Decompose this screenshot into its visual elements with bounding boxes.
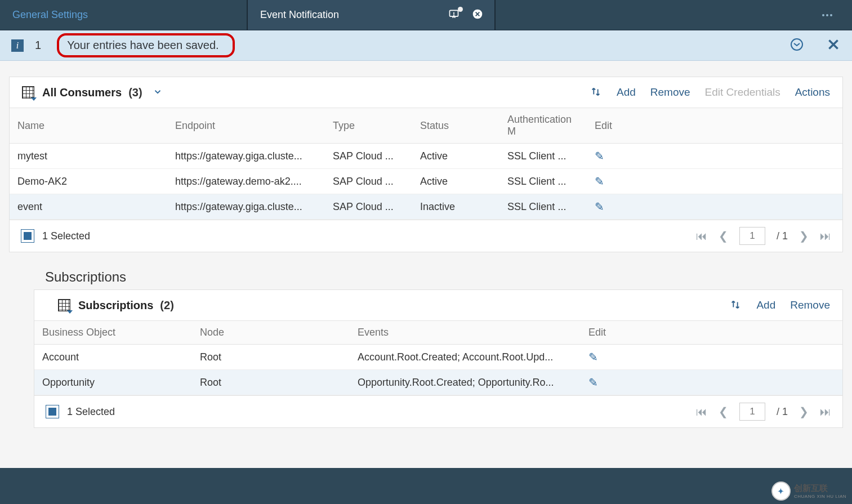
watermark-en: CHUANG XIN HU LIAN xyxy=(794,494,846,499)
cell-status: Active xyxy=(412,144,499,169)
grid-view-icon[interactable] xyxy=(58,299,70,311)
last-page-icon[interactable]: ⏭ xyxy=(820,405,831,418)
col-status[interactable]: Status xyxy=(412,108,499,144)
cell-auth: SSL Client ... xyxy=(499,144,587,169)
add-button[interactable]: Add xyxy=(756,299,775,311)
cell-status: Active xyxy=(412,169,499,194)
selected-count: 1 Selected xyxy=(42,230,90,242)
remove-button[interactable]: Remove xyxy=(650,86,690,99)
cell-events: Opportunity.Root.Created; Opportunity.Ro… xyxy=(350,370,581,395)
edit-row-icon[interactable]: ✎ xyxy=(595,150,604,162)
col-name[interactable]: Name xyxy=(10,108,167,144)
svg-point-4 xyxy=(826,14,828,16)
watermark: ✦ 创新互联 CHUANG XIN HU LIAN xyxy=(771,481,846,501)
close-tab-icon[interactable] xyxy=(472,8,483,21)
col-node[interactable]: Node xyxy=(192,321,350,345)
cell-status: Inactive xyxy=(412,194,499,220)
next-page-icon[interactable]: ❯ xyxy=(799,405,809,418)
first-page-icon[interactable]: ⏮ xyxy=(696,230,707,243)
table-row[interactable]: mytest https://gateway.giga.cluste... SA… xyxy=(10,144,842,169)
bottom-bar xyxy=(0,468,852,504)
col-edit[interactable]: Edit xyxy=(587,108,744,144)
page-input[interactable] xyxy=(739,403,765,421)
edit-row-icon[interactable]: ✎ xyxy=(595,175,604,188)
tab-bar: General Settings Event Notification xyxy=(0,0,852,30)
table-row[interactable]: event https://gateway.giga.cluste... SAP… xyxy=(10,194,842,220)
tab-event-notification[interactable]: Event Notification xyxy=(248,0,496,30)
actions-button[interactable]: Actions xyxy=(795,86,830,99)
col-bo[interactable]: Business Object xyxy=(34,321,192,345)
chevron-down-icon[interactable] xyxy=(153,87,163,99)
tab-label: Event Notification xyxy=(260,9,339,21)
svg-point-1 xyxy=(454,15,454,16)
consumers-header: All Consumers (3) Add Remove Edit Creden… xyxy=(10,77,842,108)
prev-page-icon[interactable]: ❮ xyxy=(719,229,728,243)
next-page-icon[interactable]: ❯ xyxy=(799,229,809,243)
sort-icon[interactable] xyxy=(590,85,602,100)
message-text: Your entries have been saved. xyxy=(67,39,218,51)
col-auth[interactable]: Authentication M xyxy=(499,108,587,144)
edit-row-icon[interactable]: ✎ xyxy=(595,200,604,213)
cell-bo: Opportunity xyxy=(34,370,192,395)
subscriptions-footer: 1 Selected ⏮ ❮ / 1 ❯ ⏭ xyxy=(34,395,842,427)
selection-indicator[interactable] xyxy=(46,405,59,418)
first-page-icon[interactable]: ⏮ xyxy=(696,405,707,418)
consumers-panel: All Consumers (3) Add Remove Edit Creden… xyxy=(9,77,843,252)
subscriptions-header: Subscriptions (2) Add Remove xyxy=(34,290,842,320)
page-of: / 1 xyxy=(777,406,788,418)
cell-endpoint: https://gateway.giga.cluste... xyxy=(167,194,325,220)
subscriptions-count: (2) xyxy=(160,299,173,312)
tab-label: General Settings xyxy=(12,9,88,21)
consumers-table: Name Endpoint Type Status Authentication… xyxy=(10,108,842,220)
cell-name: event xyxy=(10,194,167,220)
edit-row-icon[interactable]: ✎ xyxy=(588,351,598,363)
edit-row-icon[interactable]: ✎ xyxy=(588,376,598,389)
col-edit[interactable]: Edit xyxy=(581,321,733,345)
sort-icon[interactable] xyxy=(729,298,742,313)
consumers-count: (3) xyxy=(128,86,142,99)
tab-general-settings[interactable]: General Settings xyxy=(0,0,248,30)
last-page-icon[interactable]: ⏭ xyxy=(820,230,831,243)
notification-dot xyxy=(458,7,463,12)
grid-view-icon[interactable] xyxy=(22,86,34,99)
subscriptions-title: Subscriptions xyxy=(78,299,153,312)
consumers-footer: 1 Selected ⏮ ❮ / 1 ❯ ⏭ xyxy=(10,220,842,252)
cell-endpoint: https://gateway.giga.cluste... xyxy=(167,144,325,169)
subscriptions-table: Business Object Node Events Edit Account… xyxy=(34,320,842,395)
subscriptions-panel: Subscriptions (2) Add Remove Business Ob… xyxy=(34,289,843,428)
page-input[interactable] xyxy=(739,227,765,245)
col-events[interactable]: Events xyxy=(350,321,581,345)
cell-bo: Account xyxy=(34,345,192,370)
add-button[interactable]: Add xyxy=(617,86,636,99)
cell-auth: SSL Client ... xyxy=(499,194,587,220)
svg-point-3 xyxy=(822,14,824,16)
table-row[interactable]: Demo-AK2 https://gateway.demo-ak2.... SA… xyxy=(10,169,842,194)
cell-name: mytest xyxy=(10,144,167,169)
consumers-title: All Consumers xyxy=(42,86,122,99)
cell-auth: SSL Client ... xyxy=(499,169,587,194)
table-row[interactable]: Account Root Account.Root.Created; Accou… xyxy=(34,345,842,370)
selected-count: 1 Selected xyxy=(67,406,115,418)
close-message-icon[interactable] xyxy=(826,37,841,54)
selection-indicator[interactable] xyxy=(21,229,34,243)
cell-type: SAP Cloud ... xyxy=(325,144,412,169)
col-endpoint[interactable]: Endpoint xyxy=(167,108,325,144)
prev-page-icon[interactable]: ❮ xyxy=(719,405,728,418)
feedback-icon[interactable] xyxy=(448,8,460,21)
cell-type: SAP Cloud ... xyxy=(325,194,412,220)
cell-endpoint: https://gateway.demo-ak2.... xyxy=(167,169,325,194)
page-content: All Consumers (3) Add Remove Edit Creden… xyxy=(0,61,852,428)
watermark-logo-icon: ✦ xyxy=(771,481,791,501)
message-text-highlight: Your entries have been saved. xyxy=(57,33,234,57)
expand-messages-icon[interactable] xyxy=(790,38,804,53)
cell-node: Root xyxy=(192,370,350,395)
col-type[interactable]: Type xyxy=(325,108,412,144)
table-row[interactable]: Opportunity Root Opportunity.Root.Create… xyxy=(34,370,842,395)
cell-type: SAP Cloud ... xyxy=(325,169,412,194)
overflow-menu-icon[interactable] xyxy=(496,0,852,30)
cell-name: Demo-AK2 xyxy=(10,169,167,194)
info-icon: i xyxy=(11,39,24,52)
edit-credentials-button: Edit Credentials xyxy=(705,86,780,99)
remove-button[interactable]: Remove xyxy=(790,299,830,311)
cell-node: Root xyxy=(192,345,350,370)
